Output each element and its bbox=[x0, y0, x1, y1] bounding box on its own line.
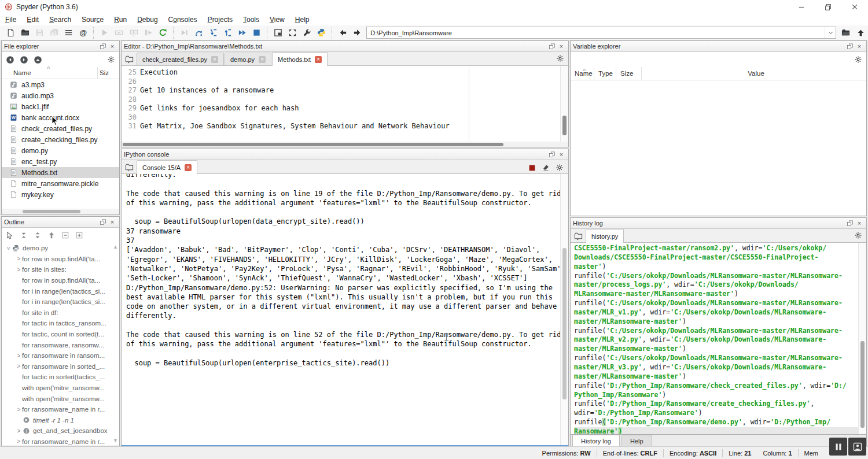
file-row[interactable]: Methods.txt bbox=[2, 167, 119, 178]
forward-button[interactable] bbox=[350, 26, 365, 40]
outline-item[interactable]: for i in range(len(tactics_si... bbox=[2, 286, 119, 297]
menu-projects[interactable]: Projects bbox=[203, 14, 238, 25]
outline-item[interactable]: for i in range(len(tactics_si... bbox=[2, 297, 119, 308]
expander-icon[interactable]: > bbox=[16, 266, 22, 273]
editor-tab[interactable]: demo.py× bbox=[225, 53, 271, 65]
close-pane-icon[interactable]: × bbox=[855, 42, 864, 50]
overlay-person-button[interactable] bbox=[848, 438, 866, 456]
file-row[interactable]: audio.mp3 bbox=[2, 90, 119, 101]
options-gear-icon[interactable] bbox=[553, 52, 567, 65]
outline-item[interactable]: for ransomware, ransomw... bbox=[2, 339, 119, 350]
outline-item[interactable]: >for ransomware in ransom... bbox=[2, 350, 119, 361]
maximize-pane-button[interactable] bbox=[271, 26, 285, 40]
history-tab[interactable]: history.py bbox=[586, 229, 624, 243]
outline-item[interactable]: for tactic in tactics_ransom... bbox=[2, 318, 119, 329]
new-file-button[interactable] bbox=[3, 26, 18, 40]
close-tab-icon[interactable]: × bbox=[315, 56, 322, 63]
variable-table-header[interactable]: ^ Name Type Size Value bbox=[571, 67, 866, 80]
previous-folder-icon[interactable] bbox=[3, 53, 17, 66]
expander-icon[interactable]: > bbox=[16, 353, 22, 359]
back-button[interactable] bbox=[336, 26, 350, 40]
go-to-cursor-icon[interactable] bbox=[3, 229, 17, 242]
outline-item[interactable]: >demo.py bbox=[2, 243, 119, 254]
options-gear-icon[interactable] bbox=[851, 229, 865, 242]
menu-search[interactable]: Search bbox=[44, 14, 76, 25]
editor-hscrollbar[interactable] bbox=[122, 142, 568, 147]
menu-file[interactable]: File bbox=[0, 14, 21, 25]
collapse-all-icon[interactable] bbox=[58, 229, 72, 242]
expander-icon[interactable]: > bbox=[16, 406, 22, 413]
file-explorer-hscrollbar[interactable] bbox=[2, 209, 119, 214]
menu-tools[interactable]: Tools bbox=[238, 14, 264, 25]
dropdown-chevron-icon[interactable] bbox=[825, 27, 836, 38]
expand-all-icon[interactable] bbox=[72, 229, 86, 242]
float-icon[interactable] bbox=[845, 42, 855, 50]
expand-section-icon[interactable] bbox=[31, 229, 45, 242]
close-tab-icon[interactable]: × bbox=[259, 56, 266, 63]
close-window-button[interactable] bbox=[841, 0, 868, 14]
float-icon[interactable] bbox=[845, 219, 855, 227]
file-switcher-button[interactable] bbox=[61, 26, 76, 40]
interrupt-kernel-icon[interactable] bbox=[525, 161, 539, 174]
close-pane-icon[interactable]: × bbox=[108, 218, 117, 226]
outline-item[interactable]: for tactic, count in sorted(t... bbox=[2, 329, 119, 340]
column-value[interactable]: Value bbox=[641, 67, 866, 80]
menu-help[interactable]: Help bbox=[290, 14, 315, 25]
save-button[interactable] bbox=[32, 26, 47, 40]
browse-tabs-icon[interactable] bbox=[122, 53, 137, 65]
menu-debug[interactable]: Debug bbox=[132, 14, 163, 25]
outline-item[interactable]: with open('mitre_ransomw... bbox=[2, 393, 119, 404]
debug-button[interactable] bbox=[177, 26, 192, 40]
minimize-button[interactable] bbox=[788, 0, 815, 14]
outline-item[interactable]: >for row in soup.findAll('ta... bbox=[2, 254, 119, 265]
editor-tab[interactable]: Methods.txt× bbox=[272, 52, 328, 66]
expander-icon[interactable]: > bbox=[16, 363, 22, 369]
options-gear-icon[interactable] bbox=[851, 53, 865, 66]
close-pane-icon[interactable]: × bbox=[108, 42, 117, 50]
working-directory-combobox[interactable]: D:\Python_Imp\Ransomware bbox=[366, 27, 836, 39]
overlay-pause-button[interactable] bbox=[829, 438, 847, 456]
expander-icon[interactable]: > bbox=[16, 428, 22, 434]
outline-item[interactable]: >for ransomware_name in r... bbox=[2, 436, 119, 446]
menu-source[interactable]: Source bbox=[76, 14, 109, 25]
open-file-button[interactable] bbox=[18, 26, 32, 40]
collapse-section-icon[interactable] bbox=[17, 229, 31, 242]
close-pane-icon[interactable]: × bbox=[557, 42, 566, 50]
restore-button[interactable] bbox=[815, 0, 841, 14]
outline-item[interactable]: for row in soup.findAll('ta... bbox=[2, 275, 119, 286]
history-output-area[interactable]: CSCE5550-FinalProject-master/ransom2.py'… bbox=[571, 243, 866, 434]
browse-tabs-icon[interactable] bbox=[571, 230, 586, 242]
stop-debug-button[interactable] bbox=[249, 26, 264, 40]
step-return-button[interactable] bbox=[220, 26, 235, 40]
scrollbar-thumb[interactable] bbox=[562, 248, 567, 399]
file-row[interactable]: demo.py bbox=[2, 145, 119, 156]
symbol-finder-button[interactable]: @ bbox=[76, 26, 90, 40]
float-icon[interactable] bbox=[98, 218, 108, 226]
file-list-column-header[interactable]: ^ Name Siz bbox=[2, 67, 119, 79]
step-button[interactable] bbox=[192, 26, 206, 40]
menu-edit[interactable]: Edit bbox=[21, 14, 44, 25]
file-row[interactable]: a3.mp3 bbox=[2, 79, 119, 90]
options-gear-icon[interactable] bbox=[553, 161, 567, 174]
run-cell-button[interactable] bbox=[112, 26, 126, 40]
float-icon[interactable] bbox=[547, 150, 557, 158]
rerun-button[interactable] bbox=[156, 26, 170, 40]
outline-item[interactable]: >fget_and_set_joesandbox bbox=[2, 425, 119, 436]
outline-item[interactable]: for tactic in sorted(tactics_... bbox=[2, 372, 119, 383]
file-row[interactable]: mykey.key bbox=[2, 189, 119, 200]
outline-item[interactable]: for site in df: bbox=[2, 308, 119, 319]
file-row[interactable]: mitre_ransomware.pickle bbox=[2, 178, 119, 189]
menu-consoles[interactable]: Consoles bbox=[163, 14, 203, 25]
menu-run[interactable]: Run bbox=[109, 14, 132, 25]
step-into-button[interactable] bbox=[206, 26, 220, 40]
continue-button[interactable] bbox=[235, 26, 249, 40]
clear-console-icon[interactable] bbox=[539, 161, 553, 174]
parent-dir-button[interactable] bbox=[853, 26, 868, 40]
file-row[interactable]: back1.jfif bbox=[2, 101, 119, 112]
close-pane-icon[interactable]: × bbox=[855, 219, 864, 227]
dock-tab-history-log[interactable]: History log bbox=[572, 435, 620, 446]
column-type[interactable]: Type bbox=[594, 67, 616, 80]
run-cell-advance-button[interactable] bbox=[126, 26, 141, 40]
scroll-down-icon[interactable]: ▼ bbox=[113, 438, 118, 443]
options-gear-icon[interactable] bbox=[104, 53, 118, 66]
